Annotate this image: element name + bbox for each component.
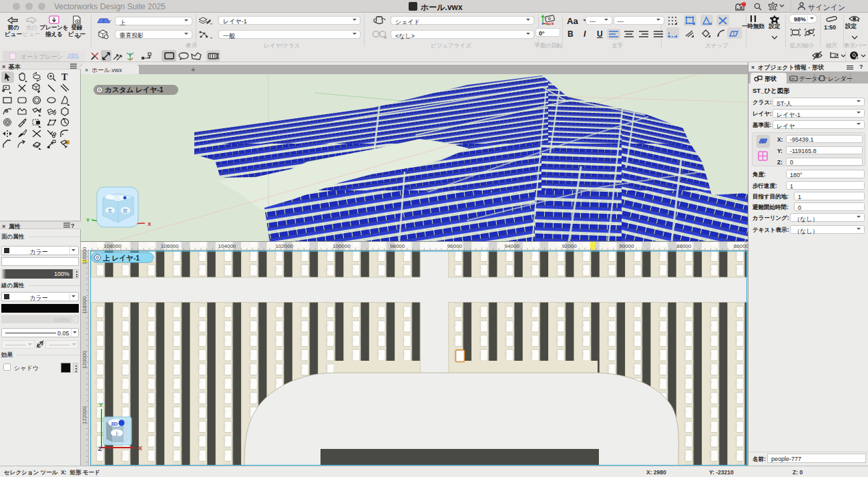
svg-text:Y: Y bbox=[99, 402, 103, 408]
svg-text:100000: 100000 bbox=[333, 243, 351, 249]
svg-text:116000: 116000 bbox=[81, 247, 87, 265]
svg-text:108000: 108000 bbox=[103, 243, 122, 249]
svg-text:88000: 88000 bbox=[676, 243, 692, 249]
svg-text:98000: 98000 bbox=[390, 243, 405, 249]
svg-text:120000: 120000 bbox=[81, 351, 87, 369]
svg-text:3D: 3D bbox=[111, 421, 118, 427]
svg-text:カスタム レイヤ-1: カスタム レイヤ-1 bbox=[105, 86, 164, 94]
svg-text:94000: 94000 bbox=[505, 243, 520, 249]
svg-text:左: 左 bbox=[107, 208, 112, 213]
svg-text:96000: 96000 bbox=[447, 243, 463, 249]
svg-text:前: 前 bbox=[123, 208, 128, 213]
svg-text:X: X bbox=[138, 445, 142, 452]
svg-text:102000: 102000 bbox=[275, 243, 293, 249]
svg-text:106000: 106000 bbox=[161, 243, 179, 249]
svg-text:104000: 104000 bbox=[218, 243, 236, 249]
svg-text:上 レイヤ-1: 上 レイヤ-1 bbox=[103, 254, 140, 262]
svg-text:上: 上 bbox=[114, 431, 120, 437]
svg-text:90000: 90000 bbox=[619, 243, 634, 249]
svg-text:X: X bbox=[148, 221, 152, 227]
svg-text:92000: 92000 bbox=[562, 243, 577, 249]
svg-text:T: T bbox=[61, 72, 68, 82]
svg-text:122000: 122000 bbox=[81, 406, 87, 424]
svg-text:118000: 118000 bbox=[81, 296, 87, 314]
svg-text:86000: 86000 bbox=[734, 243, 748, 249]
svg-text:Z: Z bbox=[98, 446, 102, 452]
svg-text:Y: Y bbox=[86, 217, 90, 223]
